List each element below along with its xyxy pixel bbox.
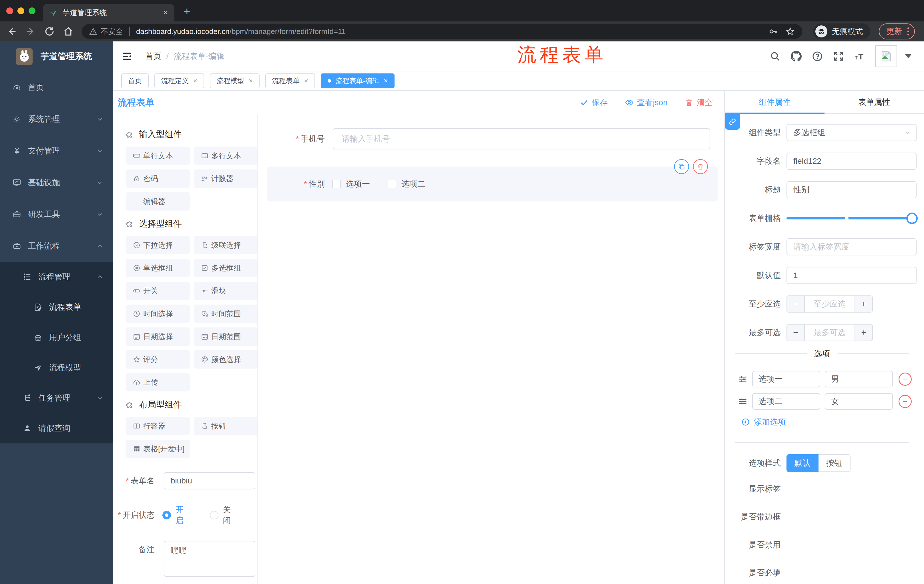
home-icon[interactable]	[63, 26, 74, 37]
help-icon[interactable]	[812, 51, 823, 62]
style-button-button[interactable]: 按钮	[818, 454, 851, 472]
remove-option-button[interactable]: −	[899, 395, 912, 408]
option-label-input[interactable]	[752, 393, 820, 410]
tag-process-model[interactable]: 流程模型×	[210, 73, 260, 88]
palette-item-cascader[interactable]: 级联选择	[194, 236, 257, 254]
increase-button[interactable]: +	[855, 324, 872, 341]
palette-item-upload[interactable]: 上传	[126, 373, 190, 392]
sidebar-collapse-icon[interactable]	[122, 51, 132, 61]
sidebar-item-devtools[interactable]: 研发工具	[0, 198, 113, 230]
sidebar-item-process-model[interactable]: 流程模型	[0, 352, 113, 383]
option-label-input[interactable]	[752, 371, 820, 387]
new-tab-button[interactable]: +	[183, 5, 190, 18]
browser-update-button[interactable]: 更新	[879, 23, 915, 39]
gender-field-selected[interactable]: *性别 选项一 选项二	[267, 166, 718, 201]
link-tab[interactable]	[725, 114, 740, 130]
sidebar-item-process-management[interactable]: 流程管理	[0, 262, 113, 292]
palette-item-row-container[interactable]: 行容器	[126, 417, 190, 435]
tab-close-button[interactable]: ×	[163, 8, 168, 17]
style-default-button[interactable]: 默认	[787, 454, 818, 472]
clear-button[interactable]: 清空	[685, 97, 713, 108]
tag-process-definition[interactable]: 流程定义×	[154, 73, 204, 88]
sidebar-item-system[interactable]: 系统管理	[0, 103, 113, 135]
reload-icon[interactable]	[44, 26, 55, 37]
sidebar-item-user-groups[interactable]: 用户分组	[0, 322, 113, 352]
slider-track[interactable]	[787, 217, 917, 219]
form-canvas[interactable]: *手机号	[257, 114, 724, 584]
tab-form-props[interactable]: 表单属性	[825, 91, 924, 114]
status-on-radio[interactable]: 开启	[162, 504, 191, 526]
remove-option-button[interactable]: −	[899, 373, 912, 386]
browser-menu-icon[interactable]	[908, 28, 909, 35]
browser-tab[interactable]: 芋道管理系统 ×	[43, 4, 174, 21]
zoom-window-button[interactable]	[29, 7, 35, 14]
breadcrumb-home[interactable]: 首页	[145, 51, 161, 62]
tag-home[interactable]: 首页	[121, 73, 148, 88]
sidebar-item-payment[interactable]: 支付管理	[0, 135, 113, 166]
gender-option-2-checkbox[interactable]: 选项二	[388, 179, 426, 189]
password-key-icon[interactable]	[769, 27, 778, 36]
add-option-button[interactable]: 添加选项	[741, 416, 917, 428]
delete-component-button[interactable]	[693, 159, 708, 174]
palette-item-editor[interactable]: 编辑器	[126, 192, 190, 211]
tag-process-form-edit[interactable]: 流程表单-编辑×	[321, 73, 394, 88]
sidebar-item-infra[interactable]: 基础设施	[0, 166, 113, 198]
label-width-input[interactable]	[787, 238, 917, 255]
sidebar-item-home[interactable]: 首页	[0, 71, 113, 103]
option-value-input[interactable]	[825, 371, 893, 387]
default-value-input[interactable]	[787, 267, 917, 284]
palette-item-time-picker[interactable]: 时间选择	[126, 304, 190, 323]
palette-item-single-line-text[interactable]: 单行文本	[126, 146, 190, 165]
max-input[interactable]	[805, 324, 855, 341]
sidebar-item-task-management[interactable]: 任务管理	[0, 383, 113, 413]
phone-input[interactable]	[333, 128, 710, 150]
tag-close-icon[interactable]: ×	[384, 77, 388, 85]
palette-item-slider[interactable]: 滑块	[194, 282, 257, 300]
palette-item-switch[interactable]: 开关	[126, 282, 190, 300]
tag-close-icon[interactable]: ×	[249, 77, 253, 85]
option-value-input[interactable]	[825, 393, 893, 410]
phone-field[interactable]: *手机号	[257, 128, 724, 150]
save-button[interactable]: 保存	[580, 97, 608, 108]
palette-item-date-picker[interactable]: 日期选择	[126, 327, 190, 346]
forward-icon[interactable]	[25, 26, 36, 37]
minimize-window-button[interactable]	[17, 7, 24, 14]
min-input[interactable]	[805, 296, 855, 312]
status-off-radio[interactable]: 关闭	[210, 504, 238, 526]
palette-item-button[interactable]: 按钮	[194, 417, 257, 435]
tag-process-form[interactable]: 流程表单×	[265, 73, 315, 88]
field-name-input[interactable]	[787, 153, 917, 170]
component-type-select[interactable]	[787, 124, 917, 141]
decrease-button[interactable]: −	[787, 296, 805, 312]
palette-item-radio-group[interactable]: 单选框组	[126, 259, 190, 277]
palette-item-checkbox-group[interactable]: 多选框组	[194, 259, 257, 277]
duplicate-component-button[interactable]	[674, 159, 689, 174]
close-window-button[interactable]	[6, 7, 13, 14]
search-icon[interactable]	[770, 51, 780, 62]
bookmark-star-icon[interactable]	[785, 27, 795, 36]
palette-item-multi-line-text[interactable]: 多行文本	[194, 146, 257, 165]
avatar[interactable]	[875, 45, 897, 67]
fullscreen-icon[interactable]	[833, 51, 844, 62]
palette-item-rate[interactable]: 评分	[126, 350, 190, 368]
drag-handle-icon[interactable]	[738, 396, 747, 406]
sidebar-item-workflow[interactable]: 工作流程	[0, 230, 113, 262]
palette-item-date-range[interactable]: 日期范围	[194, 327, 257, 346]
avatar-caret-icon[interactable]	[905, 54, 911, 58]
title-input[interactable]	[787, 181, 917, 198]
form-remark-textarea[interactable]: 嘿嘿	[164, 541, 255, 577]
decrease-button[interactable]: −	[787, 324, 805, 341]
github-icon[interactable]	[791, 51, 802, 62]
palette-item-color-picker[interactable]: 颜色选择	[194, 350, 257, 368]
font-size-icon[interactable]: TT	[854, 51, 865, 62]
address-bar[interactable]: 不安全 dashboard.yudao.iocoder.cn /bpm/mana…	[82, 24, 802, 39]
sidebar-item-process-form[interactable]: 流程表单	[0, 292, 113, 322]
tag-close-icon[interactable]: ×	[193, 77, 197, 85]
view-json-button[interactable]: 查看json	[625, 97, 668, 108]
palette-item-password[interactable]: 密码	[126, 169, 190, 188]
palette-item-select[interactable]: 下拉选择	[126, 236, 190, 254]
drag-handle-icon[interactable]	[738, 374, 747, 384]
increase-button[interactable]: +	[855, 296, 872, 312]
palette-item-counter[interactable]: 123计数器	[194, 169, 257, 188]
back-icon[interactable]	[6, 26, 17, 37]
